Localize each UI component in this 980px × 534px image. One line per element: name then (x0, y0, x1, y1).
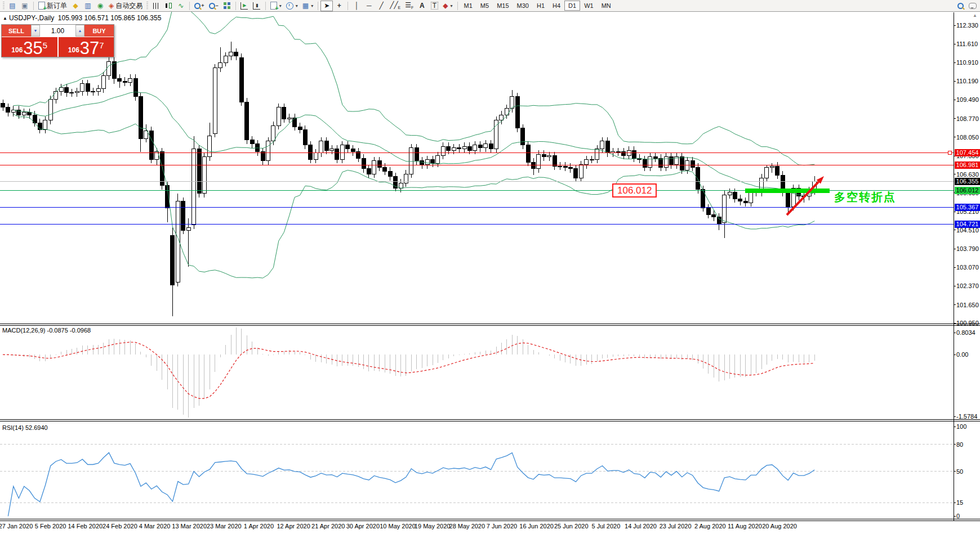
arrows-tool-button[interactable]: ◆▾ (440, 1, 455, 11)
indicators-icon (270, 2, 277, 10)
crosshair-icon: + (337, 2, 341, 9)
strategy-tester-button[interactable]: ◉ (94, 1, 106, 11)
line-chart-button[interactable]: ∿ (175, 1, 187, 11)
new-chart-icon: ▤ (9, 2, 15, 9)
timeframe-button-mn[interactable]: MN (598, 1, 615, 11)
sell-button[interactable]: SELL (2, 25, 31, 37)
autotrading-button[interactable]: ◈ 自动交易 (106, 1, 145, 11)
zoom-out-icon (209, 3, 215, 9)
vertical-line-tool-button[interactable]: │ (350, 1, 363, 11)
toolbar-grip[interactable] (3, 2, 5, 10)
price-tick-label: 101.650 (956, 302, 979, 308)
macd-axis-label: 0.8034 (956, 329, 975, 336)
chat-button[interactable] (966, 1, 979, 11)
direction-up-icon: ▲ (3, 16, 7, 21)
zoom-in-icon (194, 3, 201, 9)
timeframe-button-m30[interactable]: M30 (513, 1, 533, 11)
macd-axis-label: -1.5784 (956, 413, 977, 420)
new-order-icon (38, 2, 45, 10)
symbol-search-button[interactable] (954, 1, 966, 11)
tile-windows-button[interactable] (221, 1, 233, 11)
arrows-icon: ◆ (443, 2, 448, 9)
terminal-button[interactable]: ▥ (82, 1, 94, 11)
cursor-icon: ➤ (324, 2, 329, 9)
expert-advisors-icon: ◆ (73, 2, 78, 9)
buy-price[interactable]: 106377 (59, 37, 114, 57)
date-axis-label: 1 Apr 2020 (244, 523, 274, 529)
crosshair-tool-button[interactable]: + (333, 1, 345, 11)
price-tick-label: 111.610 (956, 41, 978, 47)
turning-point-annotation[interactable]: 多空转折点 (834, 190, 896, 205)
bar-chart-button[interactable] (150, 1, 162, 11)
zoom-in-button[interactable]: + (192, 1, 206, 11)
date-axis-label: 19 May 2020 (415, 523, 451, 529)
sell-price-prefix: 106 (11, 46, 23, 54)
mt4-window: ▤ ▣ 新订单 ◆ ▥ ◉ ◈ 自动交易 ∿ + − ▶ ▮ ▾ ▾ ▦▾ ➤ … (0, 0, 980, 534)
price-tag: 107.454 (955, 149, 980, 156)
periods-button[interactable]: ▾ (284, 1, 300, 11)
price-tag: 106.355 (955, 178, 980, 185)
price-tag: 104.721 (955, 221, 980, 228)
indicators-button[interactable]: ▾ (268, 1, 284, 11)
timeframe-button-h4[interactable]: H4 (549, 1, 564, 11)
fibonacci-tool-button[interactable]: ☰F (403, 1, 416, 11)
auto-scroll-icon: ▶ (240, 2, 248, 10)
date-axis-label: 21 Apr 2020 (311, 523, 345, 529)
new-chart-button[interactable]: ▤ (6, 1, 19, 11)
price-tick-label: 108.050 (956, 134, 979, 141)
search-icon (957, 3, 964, 9)
date-axis-label: 11 Aug 2020 (728, 523, 762, 529)
price-tick-label: 109.490 (956, 96, 979, 103)
rsi-axis-label: 0 (956, 513, 960, 519)
price-tick-label: 110.910 (956, 59, 978, 66)
date-axis-label: 10 May 2020 (380, 523, 416, 529)
zoom-out-button[interactable]: − (207, 1, 221, 11)
cursor-tool-button[interactable]: ➤ (320, 1, 333, 11)
toolbar-separator (33, 2, 34, 10)
horizontal-line-tool-button[interactable]: ─ (363, 1, 375, 11)
buy-button[interactable]: BUY (84, 25, 114, 37)
text-tool-button[interactable]: A (416, 1, 428, 11)
strategy-tester-icon: ◉ (97, 2, 103, 9)
candlestick-chart-button[interactable] (162, 1, 175, 11)
volume-input[interactable] (40, 25, 75, 37)
timeframe-button-m1[interactable]: M1 (460, 1, 476, 11)
chart-shift-icon: ▮ (253, 2, 260, 10)
chart-scroll-up-icon[interactable]: ▲ (973, 13, 977, 18)
rsi-axis-label: 15 (956, 499, 963, 506)
sell-price[interactable]: 106355 (2, 37, 57, 57)
date-axis-label: 20 Aug 2020 (762, 523, 797, 529)
price-level-annotation[interactable]: 106.012 (612, 183, 657, 198)
new-order-button[interactable]: 新订单 (36, 1, 69, 11)
chat-icon (969, 3, 977, 9)
date-axis-label: 30 Apr 2020 (346, 523, 380, 529)
expert-advisors-button[interactable]: ◆ (69, 1, 82, 11)
profiles-button[interactable]: ▣ (19, 1, 31, 11)
rsi-axis-label: 100 (956, 423, 966, 430)
macd-indicator-label: MACD(12,26,9) -0.0875 -0.0968 (2, 327, 91, 334)
toolbar-grip[interactable] (146, 2, 148, 10)
timeframe-button-d1[interactable]: D1 (564, 1, 580, 11)
buy-price-prefix: 106 (68, 46, 79, 54)
toolbar-separator (235, 2, 236, 10)
auto-scroll-button[interactable]: ▶ (238, 1, 251, 11)
chart-canvas[interactable] (0, 0, 980, 534)
terminal-icon: ▥ (84, 2, 91, 9)
text-label-tool-button[interactable]: T (428, 1, 440, 11)
volume-decrease-button[interactable]: ▼ (31, 25, 40, 37)
date-axis-label: 13 Mar 2020 (172, 523, 207, 529)
volume-increase-button[interactable]: ▲ (75, 25, 84, 37)
symbol-header: ▲USDJPY-,Daily 105.993 106.571 105.865 1… (3, 14, 161, 22)
autotrading-icon: ◈ (109, 2, 114, 9)
trendline-tool-button[interactable]: ╱ (375, 1, 387, 11)
date-axis-label: 5 Feb 2020 (35, 523, 66, 529)
timeframe-button-m5[interactable]: M5 (476, 1, 493, 11)
templates-button[interactable]: ▦▾ (300, 1, 315, 11)
channel-tool-button[interactable]: ╱╱E (387, 1, 403, 11)
timeframe-button-m15[interactable]: M15 (493, 1, 513, 11)
chart-shift-button[interactable]: ▮ (251, 1, 263, 11)
timeframe-button-h1[interactable]: H1 (533, 1, 549, 11)
timeframe-button-w1[interactable]: W1 (580, 1, 598, 11)
price-tag: 105.367 (955, 204, 980, 211)
toolbar: ▤ ▣ 新订单 ◆ ▥ ◉ ◈ 自动交易 ∿ + − ▶ ▮ ▾ ▾ ▦▾ ➤ … (0, 0, 980, 12)
